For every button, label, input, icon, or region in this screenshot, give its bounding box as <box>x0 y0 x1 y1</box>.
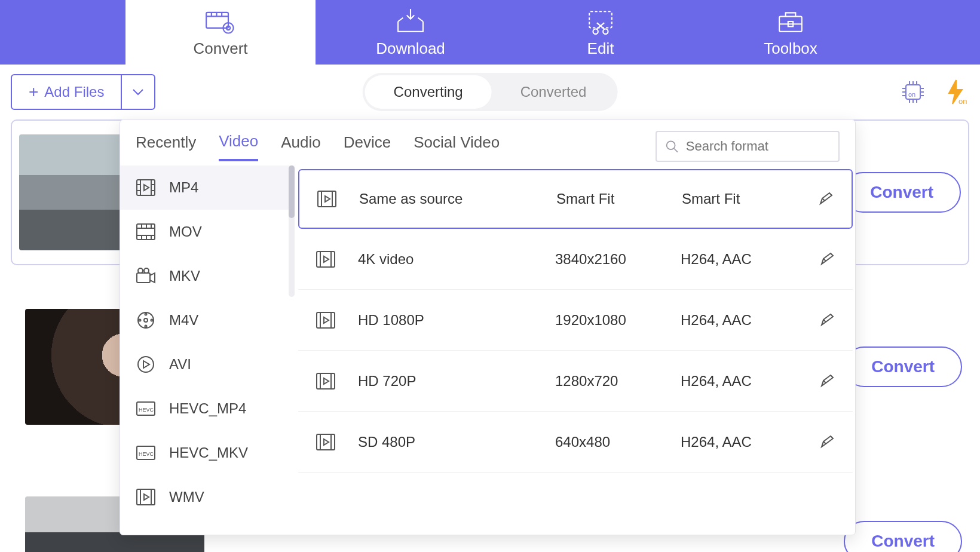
add-files-dropdown[interactable] <box>121 75 154 109</box>
preset-edit-button[interactable] <box>819 374 836 388</box>
format-popover: Recently Video Audio Device Social Video… <box>120 119 856 535</box>
tab-download[interactable]: Download <box>316 0 506 65</box>
preset-resolution: 1920x1080 <box>555 312 681 329</box>
format-tab-device[interactable]: Device <box>344 133 391 160</box>
search-format-input[interactable] <box>686 139 830 154</box>
format-label: WMV <box>169 489 204 505</box>
video-icon <box>315 372 336 390</box>
preset-edit-button[interactable] <box>819 435 836 449</box>
convert-button[interactable]: Convert <box>843 172 961 213</box>
format-item-mp4[interactable]: MP4 <box>120 165 295 210</box>
film-icon <box>136 488 156 506</box>
search-format[interactable] <box>656 131 840 162</box>
convert-icon <box>205 7 236 36</box>
format-label: HEVC_MKV <box>169 444 248 461</box>
svg-point-52 <box>145 314 147 315</box>
play-circle-icon <box>136 355 156 373</box>
svg-text:on: on <box>908 91 915 98</box>
preset-name: Same as source <box>359 191 556 207</box>
segment-converting[interactable]: Converting <box>365 75 492 109</box>
preset-item-480p[interactable]: SD 480P 640x480 H264, AAC <box>298 412 853 473</box>
preset-resolution: Smart Fit <box>556 191 682 207</box>
preset-name: HD 720P <box>358 373 555 390</box>
hevc-icon: HEVC <box>136 400 156 418</box>
add-files-button[interactable]: + Add Files <box>12 75 121 109</box>
format-item-wmv[interactable]: WMV <box>120 475 295 519</box>
preset-edit-button[interactable] <box>819 252 836 266</box>
preset-item-720p[interactable]: HD 720P 1280x720 H264, AAC <box>298 351 853 412</box>
edit-icon <box>585 7 616 36</box>
svg-rect-47 <box>137 273 150 283</box>
download-icon <box>395 7 426 36</box>
preset-edit-button[interactable] <box>818 192 835 206</box>
preset-resolution: 3840x2160 <box>555 251 681 268</box>
video-icon <box>315 433 336 451</box>
tab-toolbox-label: Toolbox <box>764 39 817 58</box>
format-item-hevc-mp4[interactable]: HEVC HEVC_MP4 <box>120 387 295 431</box>
tab-edit[interactable]: Edit <box>506 0 696 65</box>
svg-rect-31 <box>137 180 155 195</box>
format-item-mkv[interactable]: MKV <box>120 254 295 298</box>
format-label: MP4 <box>169 179 198 196</box>
toolbar: + Add Files Converting Converted on on <box>0 65 980 119</box>
format-item-mov[interactable]: MOV <box>120 210 295 254</box>
film-icon <box>136 179 156 197</box>
tab-convert[interactable]: Convert <box>125 0 316 65</box>
preset-item-source[interactable]: Same as source Smart Fit Smart Fit <box>298 169 853 229</box>
format-tab-audio[interactable]: Audio <box>281 133 321 160</box>
svg-point-54 <box>145 326 147 327</box>
preset-codec: H264, AAC <box>681 251 819 268</box>
preset-edit-button[interactable] <box>819 313 836 327</box>
content: Convert Convert Convert Recently Video A… <box>0 119 980 552</box>
toolbox-icon <box>775 7 806 36</box>
format-tab-social[interactable]: Social Video <box>414 133 500 160</box>
preset-list: Same as source Smart Fit Smart Fit 4K vi… <box>295 165 855 535</box>
hardware-accel-icon[interactable]: on <box>900 79 926 105</box>
video-icon <box>315 250 336 268</box>
format-tab-recently[interactable]: Recently <box>136 133 196 160</box>
format-item-m4v[interactable]: M4V <box>120 298 295 342</box>
top-nav: Convert Download Edit Toolbox <box>0 0 980 65</box>
preset-item-4k[interactable]: 4K video 3840x2160 H264, AAC <box>298 229 853 290</box>
svg-rect-64 <box>318 191 336 207</box>
convert-button[interactable]: Convert <box>844 346 962 387</box>
svg-point-49 <box>144 268 149 273</box>
video-icon <box>315 311 336 329</box>
format-tab-video[interactable]: Video <box>219 132 258 161</box>
segment-converted[interactable]: Converted <box>492 75 615 109</box>
status-segmented: Converting Converted <box>363 73 618 111</box>
tab-download-label: Download <box>376 39 445 58</box>
format-item-avi[interactable]: AVI <box>120 342 295 387</box>
camera-icon <box>136 267 156 285</box>
nav-spacer <box>0 0 125 65</box>
preset-resolution: 640x480 <box>555 434 681 450</box>
add-files-label: Add Files <box>44 84 104 100</box>
svg-point-8 <box>603 29 608 33</box>
format-list[interactable]: MP4 MOV MKV M4V AVI <box>120 165 295 535</box>
tab-toolbox[interactable]: Toolbox <box>696 0 886 65</box>
preset-item-1080p[interactable]: HD 1080P 1920x1080 H264, AAC <box>298 290 853 351</box>
convert-button[interactable]: Convert <box>844 521 962 552</box>
format-body: MP4 MOV MKV M4V AVI <box>120 165 855 535</box>
preset-name: HD 1080P <box>358 312 555 329</box>
format-tabs: Recently Video Audio Device Social Video <box>120 120 855 162</box>
svg-point-56 <box>138 357 154 372</box>
svg-text:on: on <box>958 97 967 105</box>
preset-codec: H264, AAC <box>681 373 819 390</box>
high-speed-icon[interactable]: on <box>943 79 969 105</box>
format-label: AVI <box>169 356 191 373</box>
format-scrollbar-thumb[interactable] <box>289 165 295 218</box>
svg-rect-70 <box>317 312 335 328</box>
svg-rect-76 <box>317 434 335 450</box>
svg-point-53 <box>151 320 153 321</box>
tab-convert-label: Convert <box>193 39 247 58</box>
preset-codec: H264, AAC <box>681 434 819 450</box>
format-label: MOV <box>169 223 202 240</box>
add-files-group: + Add Files <box>11 74 155 110</box>
search-icon <box>665 139 679 154</box>
tab-edit-label: Edit <box>587 39 614 58</box>
svg-rect-67 <box>317 252 335 267</box>
format-item-hevc-mkv[interactable]: HEVC HEVC_MKV <box>120 431 295 475</box>
svg-text:HEVC: HEVC <box>139 407 154 413</box>
format-label: M4V <box>169 312 198 329</box>
